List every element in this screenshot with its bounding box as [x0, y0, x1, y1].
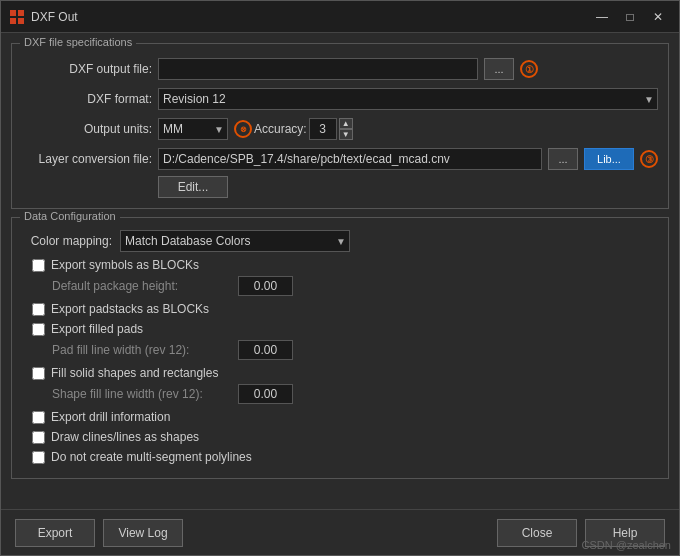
layer-conv-label: Layer conversion file:: [22, 152, 152, 166]
footer-left-buttons: Export View Log: [15, 519, 183, 547]
pad-fill-input[interactable]: [238, 340, 293, 360]
accuracy-controls: ⊗ Accuracy: ▲ ▼: [234, 118, 353, 140]
pad-fill-label: Pad fill line width (rev 12):: [52, 343, 232, 357]
color-select-wrapper: Match Database Colors Custom Colors None…: [120, 230, 350, 252]
export-filled-label: Export filled pads: [51, 322, 143, 336]
badge-3: ③: [640, 150, 658, 168]
data-config-title: Data Configuration: [20, 210, 120, 222]
fill-solid-checkbox[interactable]: [32, 367, 45, 380]
export-drill-row: Export drill information: [22, 410, 658, 424]
maximize-button[interactable]: □: [617, 6, 643, 28]
app-icon: [9, 9, 25, 25]
title-bar: DXF Out — □ ✕: [1, 1, 679, 33]
pad-fill-row: Pad fill line width (rev 12):: [22, 340, 658, 360]
units-select[interactable]: MM IN MILS: [158, 118, 228, 140]
export-drill-checkbox[interactable]: [32, 411, 45, 424]
accuracy-up-button[interactable]: ▲: [339, 118, 353, 129]
no-multiline-row: Do not create multi-segment polylines: [22, 450, 658, 464]
svg-rect-3: [18, 18, 24, 24]
svg-rect-1: [18, 10, 24, 16]
draw-clines-row: Draw clines/lines as shapes: [22, 430, 658, 444]
default-pkg-height-row: Default package height:: [22, 276, 658, 296]
window-controls: — □ ✕: [589, 6, 671, 28]
units-row: Output units: MM IN MILS ▼ ⊗ Accuracy:: [22, 118, 658, 140]
draw-clines-label: Draw clines/lines as shapes: [51, 430, 199, 444]
fill-solid-row: Fill solid shapes and rectangles: [22, 366, 658, 380]
accuracy-spinners: ▲ ▼: [339, 118, 353, 140]
default-pkg-height-label: Default package height:: [52, 279, 232, 293]
no-multiline-checkbox[interactable]: [32, 451, 45, 464]
accuracy-badge: ⊗: [234, 120, 252, 138]
svg-rect-2: [10, 18, 16, 24]
export-symbols-checkbox[interactable]: [32, 259, 45, 272]
edit-button-row: Edit...: [22, 176, 658, 198]
units-label: Output units:: [22, 122, 152, 136]
export-drill-label: Export drill information: [51, 410, 170, 424]
dxf-specs-group: DXF file specifications DXF output file:…: [11, 43, 669, 209]
badge-1: ①: [520, 60, 538, 78]
lib-button[interactable]: Lib...: [584, 148, 634, 170]
color-mapping-select[interactable]: Match Database Colors Custom Colors None: [120, 230, 350, 252]
browse-output-button[interactable]: ...: [484, 58, 514, 80]
content-area: DXF file specifications DXF output file:…: [1, 33, 679, 509]
watermark: CSDN @zealchen: [582, 539, 671, 551]
format-select[interactable]: Revision 12 Revision 13 Revision 14: [158, 88, 658, 110]
units-select-wrapper: MM IN MILS ▼: [158, 118, 228, 140]
default-pkg-height-input[interactable]: [238, 276, 293, 296]
no-multiline-label: Do not create multi-segment polylines: [51, 450, 252, 464]
minimize-button[interactable]: —: [589, 6, 615, 28]
format-label: DXF format:: [22, 92, 152, 106]
layer-conv-row: Layer conversion file: ... Lib... ③: [22, 148, 658, 170]
edit-button[interactable]: Edit...: [158, 176, 228, 198]
format-row: DXF format: Revision 12 Revision 13 Revi…: [22, 88, 658, 110]
browse-layer-button[interactable]: ...: [548, 148, 578, 170]
close-button[interactable]: Close: [497, 519, 577, 547]
shape-fill-row: Shape fill line width (rev 12):: [22, 384, 658, 404]
data-config-group: Data Configuration Color mapping: Match …: [11, 217, 669, 479]
footer: Export View Log Close Help: [1, 509, 679, 555]
main-window: DXF Out — □ ✕ DXF file specifications DX…: [0, 0, 680, 556]
color-mapping-row: Color mapping: Match Database Colors Cus…: [22, 230, 658, 252]
export-symbols-label: Export symbols as BLOCKs: [51, 258, 199, 272]
dxf-specs-title: DXF file specifications: [20, 36, 136, 48]
draw-clines-checkbox[interactable]: [32, 431, 45, 444]
export-filled-checkbox[interactable]: [32, 323, 45, 336]
view-log-button[interactable]: View Log: [103, 519, 183, 547]
fill-solid-label: Fill solid shapes and rectangles: [51, 366, 218, 380]
layer-conv-input[interactable]: [158, 148, 542, 170]
export-padstacks-label: Export padstacks as BLOCKs: [51, 302, 209, 316]
output-file-label: DXF output file:: [22, 62, 152, 76]
export-filled-row: Export filled pads: [22, 322, 658, 336]
export-symbols-row: Export symbols as BLOCKs: [22, 258, 658, 272]
svg-rect-0: [10, 10, 16, 16]
export-padstacks-checkbox[interactable]: [32, 303, 45, 316]
color-mapping-label: Color mapping:: [22, 234, 112, 248]
accuracy-label: Accuracy:: [254, 122, 307, 136]
window-title: DXF Out: [31, 10, 589, 24]
output-file-input[interactable]: [158, 58, 478, 80]
format-select-wrapper: Revision 12 Revision 13 Revision 14 ▼: [158, 88, 658, 110]
units-controls: MM IN MILS ▼ ⊗ Accuracy: ▲ ▼: [158, 118, 353, 140]
shape-fill-label: Shape fill line width (rev 12):: [52, 387, 232, 401]
export-button[interactable]: Export: [15, 519, 95, 547]
accuracy-input[interactable]: [309, 118, 337, 140]
shape-fill-input[interactable]: [238, 384, 293, 404]
accuracy-down-button[interactable]: ▼: [339, 129, 353, 140]
output-file-row: DXF output file: ... ①: [22, 58, 658, 80]
export-padstacks-row: Export padstacks as BLOCKs: [22, 302, 658, 316]
close-button[interactable]: ✕: [645, 6, 671, 28]
